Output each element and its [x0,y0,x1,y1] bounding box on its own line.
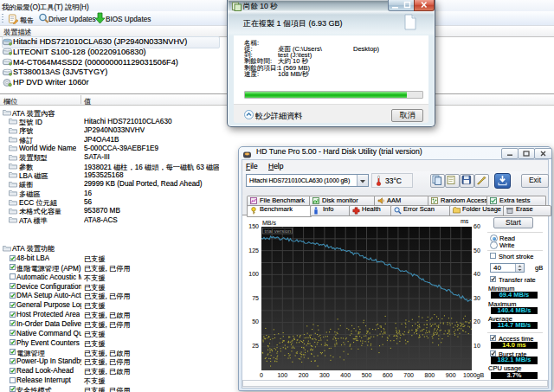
svg-text:trial version: trial version [265,228,292,234]
